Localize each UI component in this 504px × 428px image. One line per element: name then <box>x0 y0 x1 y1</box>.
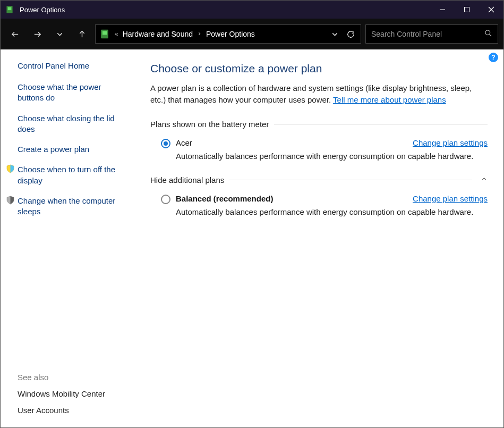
window-title: Power Options <box>20 6 430 14</box>
plans-shown-section: Plans shown on the battery meter Acer Ch… <box>150 120 488 162</box>
sidebar-item-closing-lid[interactable]: Choose what closing the lid does <box>18 113 132 135</box>
divider <box>229 180 472 180</box>
plan-description: Automatically balances performance with … <box>176 150 488 162</box>
minimize-button[interactable] <box>430 1 455 19</box>
plan-name: Acer <box>176 138 192 147</box>
sidebar-item-computer-sleeps[interactable]: Change when the computer sleeps <box>18 196 132 217</box>
search-icon <box>484 29 492 39</box>
plan-acer: Acer Change plan settings Automatically … <box>150 138 488 162</box>
plan-name: Balanced (recommended) <box>176 194 273 203</box>
up-button[interactable] <box>73 25 91 43</box>
page-description: A power plan is a collection of hardware… <box>150 82 488 106</box>
plan-description: Automatically balances performance with … <box>176 206 488 217</box>
radio-balanced[interactable] <box>161 195 170 204</box>
content-area: ? Control Panel Home Choose what the pow… <box>1 49 503 427</box>
recent-dropdown[interactable] <box>50 25 69 43</box>
search-input[interactable] <box>371 30 484 38</box>
address-dropdown[interactable] <box>328 25 341 43</box>
see-also-mobility-center[interactable]: Windows Mobility Center <box>18 389 132 398</box>
change-plan-settings-link[interactable]: Change plan settings <box>413 194 488 203</box>
breadcrumb-prefix: « <box>115 30 118 38</box>
sidebar-item-label: Choose when to turn off the display <box>18 165 115 184</box>
maximize-button[interactable] <box>455 1 479 19</box>
window-controls <box>430 1 503 19</box>
svg-line-12 <box>489 34 491 36</box>
divider <box>274 124 488 124</box>
additional-plans-section: Hide additional plans Balanced (recommen… <box>150 175 488 217</box>
sidebar-item-turn-off-display[interactable]: Choose when to turn off the display <box>18 164 132 186</box>
address-bar[interactable]: « Hardware and Sound Power Options <box>95 24 361 44</box>
see-also-user-accounts[interactable]: User Accounts <box>18 406 132 415</box>
breadcrumb-parent[interactable]: Hardware and Sound <box>123 30 193 38</box>
chevron-up-icon <box>481 175 488 184</box>
help-icon[interactable]: ? <box>489 53 498 62</box>
chevron-right-icon <box>197 30 202 38</box>
section-label: Hide additional plans <box>150 175 224 184</box>
search-box[interactable] <box>365 24 498 44</box>
sidebar-item-create-plan[interactable]: Create a power plan <box>18 144 132 155</box>
main-panel: Choose or customize a power plan A power… <box>138 49 503 427</box>
tell-me-more-link[interactable]: Tell me more about power plans <box>333 95 446 104</box>
sidebar-item-label: Change when the computer sleeps <box>18 196 115 216</box>
power-options-icon <box>5 5 14 14</box>
svg-rect-1 <box>8 7 12 11</box>
sidebar-item-power-buttons[interactable]: Choose what the power buttons do <box>18 82 132 104</box>
sidebar: Control Panel Home Choose what the power… <box>1 49 138 427</box>
back-button[interactable] <box>6 25 24 43</box>
titlebar: Power Options <box>1 1 503 19</box>
plan-balanced: Balanced (recommended) Change plan setti… <box>150 194 488 217</box>
power-options-icon <box>99 28 110 40</box>
change-plan-settings-link[interactable]: Change plan settings <box>413 138 488 147</box>
control-panel-home-link[interactable]: Control Panel Home <box>18 61 132 70</box>
section-label: Plans shown on the battery meter <box>150 120 269 129</box>
hide-additional-plans-toggle[interactable]: Hide additional plans <box>150 175 488 184</box>
breadcrumb-current[interactable]: Power Options <box>206 30 255 38</box>
svg-rect-3 <box>465 7 469 12</box>
page-title: Choose or customize a power plan <box>150 62 488 75</box>
forward-button[interactable] <box>28 25 46 43</box>
see-also-heading: See also <box>18 373 132 382</box>
svg-point-11 <box>485 30 490 35</box>
shield-icon <box>6 164 15 173</box>
refresh-button[interactable] <box>344 25 357 43</box>
svg-rect-10 <box>102 31 107 35</box>
close-button[interactable] <box>479 1 503 19</box>
shield-icon <box>6 196 15 205</box>
radio-acer[interactable] <box>161 139 170 148</box>
toolbar: « Hardware and Sound Power Options <box>1 19 503 49</box>
